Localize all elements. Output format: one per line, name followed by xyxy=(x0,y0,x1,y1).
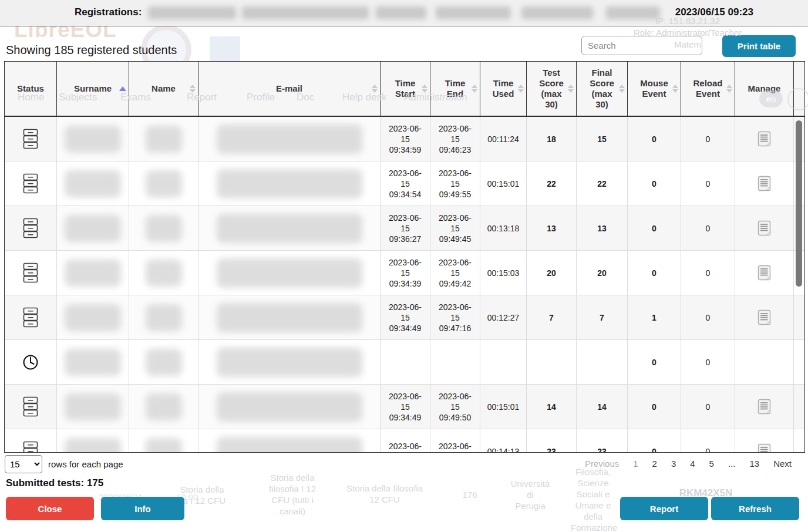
time-start-value: 2023-06-15 09:34:59 xyxy=(386,123,424,155)
name-cell-redacted xyxy=(129,117,198,161)
column-header-manage: Manage xyxy=(735,62,794,116)
test-score-cell: 22 xyxy=(527,161,577,206)
time-end-value: 2023-06-15 09:47:16 xyxy=(436,302,474,334)
redacted-surname xyxy=(65,126,121,153)
page-link-next[interactable]: Next xyxy=(773,459,792,469)
vertical-scrollbar-thumb[interactable] xyxy=(796,120,802,287)
report-button[interactable]: Report xyxy=(620,497,708,520)
table-row: 2023-06-15 09:36:272023-06-15 09:49:4500… xyxy=(5,206,804,251)
archive-drawers-icon xyxy=(22,396,39,417)
redacted-email xyxy=(217,124,362,154)
mouse-event-cell: 0 xyxy=(628,429,681,453)
table-row: 2023-06-15 09:34:542023-06-15 09:49:5500… xyxy=(5,161,804,206)
redacted-name xyxy=(146,393,182,420)
sort-icon xyxy=(518,85,524,93)
column-header-mouse-event[interactable]: Mouse Event xyxy=(628,62,681,116)
table-header-row: StatusSurnameNameE-mailTime StartTime En… xyxy=(5,62,804,117)
reload-event-cell: 0 xyxy=(681,206,735,250)
email-cell-redacted xyxy=(198,161,381,206)
column-header-surname[interactable]: Surname xyxy=(57,62,129,116)
redacted-name xyxy=(146,349,182,376)
sort-icon xyxy=(619,85,625,93)
time-start-value: 2023-06-15 09:36:27 xyxy=(386,213,424,244)
time-end-cell: 2023-06-15 09:49:55 xyxy=(430,161,480,206)
reload-event-cell: 0 xyxy=(681,161,735,206)
name-cell-redacted xyxy=(129,340,198,384)
page-link-previous: Previous xyxy=(585,459,619,469)
surname-cell-redacted xyxy=(57,206,129,250)
print-table-button[interactable]: Print table xyxy=(722,35,796,57)
time-end-value: 2023-06-15 09:49:55 xyxy=(436,168,474,200)
manage-cell[interactable] xyxy=(735,206,794,250)
surname-cell-redacted xyxy=(57,340,129,384)
column-header-test-score-max-30-[interactable]: Test Score (max 30) xyxy=(527,62,577,116)
close-button[interactable]: Close xyxy=(6,497,94,520)
page-link-...[interactable]: ... xyxy=(728,459,736,469)
reload-event-cell: 0 xyxy=(681,251,735,295)
redacted-surname xyxy=(65,438,121,453)
redacted-email xyxy=(217,169,362,198)
column-label: Reload Event xyxy=(691,78,725,99)
time-start-value: 2023-06-15 09:34:49 xyxy=(386,391,424,423)
manage-cell[interactable] xyxy=(735,295,794,339)
screen: LibreEOL Storia della fia I 12 CFUStoria… xyxy=(0,0,808,532)
test-score-cell xyxy=(527,340,577,384)
table-row: 2023-06-15 09:34:492023-06-15 09:47:1600… xyxy=(5,295,804,340)
column-header-time-used[interactable]: Time Used xyxy=(480,62,527,116)
column-label: Mouse Event xyxy=(637,78,671,99)
search-input[interactable] xyxy=(581,36,702,55)
page-link-5[interactable]: 5 xyxy=(709,459,714,469)
redacted-email xyxy=(217,348,362,377)
redacted-surname xyxy=(65,393,121,420)
column-header-reload-event[interactable]: Reload Event xyxy=(681,62,735,116)
reload-event-cell: 0 xyxy=(681,429,735,453)
reload-event-value: 0 xyxy=(706,447,711,453)
time-end-value: 2023-06-15 09:49:50 xyxy=(436,391,474,423)
final-score-value: 23 xyxy=(597,447,607,453)
mouse-event-value: 0 xyxy=(652,402,656,412)
status-cell xyxy=(5,295,57,339)
test-score-value: 13 xyxy=(547,224,556,233)
table-body: 2023-06-15 09:34:592023-06-15 09:46:2300… xyxy=(5,117,804,453)
page-link-13[interactable]: 13 xyxy=(749,459,759,469)
manage-cell[interactable] xyxy=(735,251,794,295)
manage-cell[interactable] xyxy=(735,385,794,429)
mouse-event-cell: 1 xyxy=(628,295,681,339)
column-header-final-score-max-30-[interactable]: Final Score (max 30) xyxy=(577,62,628,116)
email-cell-redacted xyxy=(198,251,381,295)
time-end-cell: 2023-06-15 09:49:50 xyxy=(430,385,480,429)
final-score-cell: 13 xyxy=(577,206,628,250)
redacted-surname xyxy=(65,215,121,242)
page-link-2[interactable]: 2 xyxy=(652,459,657,469)
time-used-value: 00:11:24 xyxy=(484,134,522,144)
column-header-status: Status xyxy=(5,62,57,116)
column-header-e-mail[interactable]: E-mail xyxy=(198,62,381,116)
mouse-event-cell: 0 xyxy=(628,385,681,429)
reload-event-value: 0 xyxy=(706,268,711,278)
time-used-cell: 00:15:03 xyxy=(480,251,527,295)
final-score-cell: 20 xyxy=(577,251,628,295)
manage-cell[interactable] xyxy=(735,161,794,206)
time-start-value: 2023-06-15 09:34:39 xyxy=(386,257,424,289)
column-label: Status xyxy=(17,83,44,94)
refresh-button[interactable]: Refresh xyxy=(711,497,799,520)
manage-cell[interactable] xyxy=(735,117,794,161)
archive-drawers-icon xyxy=(22,173,39,194)
email-cell-redacted xyxy=(198,295,381,339)
report-document-icon xyxy=(758,443,772,453)
page-link-4[interactable]: 4 xyxy=(690,459,695,469)
manage-cell[interactable] xyxy=(735,429,794,453)
info-button[interactable]: Info xyxy=(101,497,184,520)
archive-drawers-icon xyxy=(22,307,39,328)
rows-per-page-select[interactable]: 15 xyxy=(5,455,42,473)
column-header-name[interactable]: Name xyxy=(129,62,198,116)
time-end-cell: 2023-06-15 09:46:23 xyxy=(430,117,480,161)
status-cell xyxy=(5,161,57,206)
reload-event-cell: 0 xyxy=(681,385,735,429)
column-label: Test Score (max 30) xyxy=(534,68,568,110)
redacted-surname xyxy=(65,349,121,376)
time-end-cell: 2023-06-15 09:49:42 xyxy=(430,251,480,295)
page-link-3[interactable]: 3 xyxy=(671,459,676,469)
column-header-time-start[interactable]: Time Start xyxy=(381,62,430,116)
column-header-time-end[interactable]: Time End xyxy=(430,62,480,116)
